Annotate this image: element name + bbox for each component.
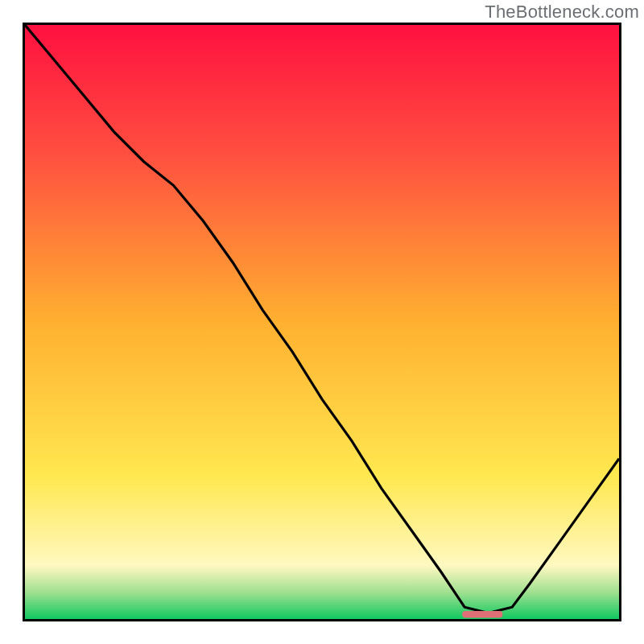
watermark-text: TheBottleneck.com xyxy=(485,2,639,23)
optimum-marker xyxy=(462,611,502,618)
gradient-background xyxy=(25,25,619,619)
plot-svg xyxy=(25,25,619,619)
chart-container: TheBottleneck.com xyxy=(0,0,644,644)
plot-area xyxy=(23,23,621,621)
